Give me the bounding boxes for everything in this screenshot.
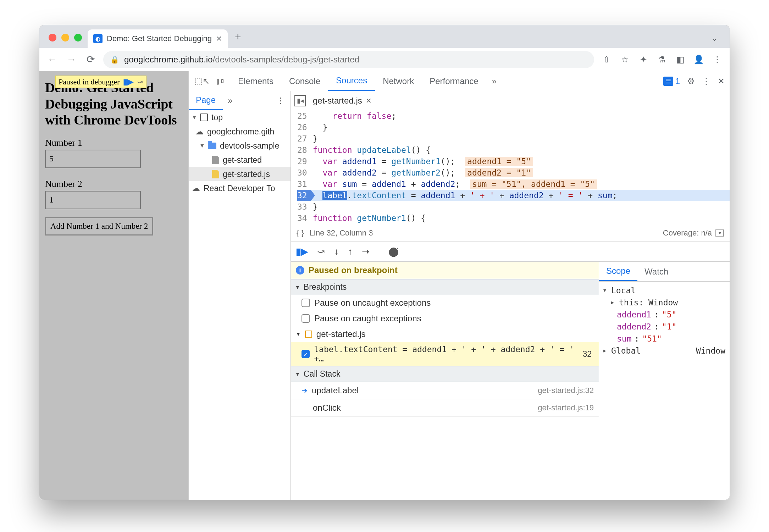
pause-caught-checkbox-row[interactable]: Pause on caught exceptions: [291, 311, 599, 326]
editor-tabs: ▮◂ get-started.js ✕: [291, 91, 730, 110]
tree-row-folder[interactable]: ▼devtools-sample: [189, 139, 291, 153]
sidepanel-button[interactable]: ◧: [674, 55, 686, 65]
code-line[interactable]: function updateLabel() {: [311, 144, 730, 156]
scope-this-row[interactable]: ▶this: Window: [603, 297, 725, 309]
pause-uncaught-checkbox-row[interactable]: Pause on uncaught exceptions: [291, 295, 599, 311]
resume-icon[interactable]: ▮▶: [123, 77, 133, 87]
code-line[interactable]: var sum = addend1 + addend2; sum = "51",…: [311, 178, 730, 190]
issues-button[interactable]: ☰1: [663, 76, 680, 86]
code-line[interactable]: var addend2 = getNumber2(); addend2 = "1…: [311, 167, 730, 178]
code-line[interactable]: label.textContent = addend1 + ' + ' + ad…: [311, 190, 730, 201]
resume-button[interactable]: ▮▶: [296, 246, 308, 257]
tree-row-extension[interactable]: ☁React Developer To: [189, 181, 291, 195]
tree-row-html[interactable]: get-started: [189, 153, 291, 167]
line-number[interactable]: 28: [297, 144, 307, 156]
checkbox-checked-icon[interactable]: ✓: [301, 350, 310, 358]
line-number[interactable]: 29: [297, 156, 307, 167]
scope-variable-row[interactable]: addend1: "5": [603, 309, 725, 321]
address-bar[interactable]: 🔒 googlechrome.github.io/devtools-sample…: [103, 51, 594, 68]
minimize-window-button[interactable]: [61, 34, 69, 41]
scope-variable-row[interactable]: sum: "51": [603, 333, 725, 345]
scope-local-header[interactable]: ▼Local: [603, 284, 725, 297]
bookmark-button[interactable]: ☆: [619, 55, 631, 65]
breakpoints-section-header[interactable]: ▼Breakpoints: [291, 279, 599, 295]
step-out-button[interactable]: ↑: [348, 246, 353, 257]
breakpoint-row[interactable]: ✓label.textContent = addend1 + ' + ' + a…: [291, 342, 599, 366]
toggle-navigator-button[interactable]: ▮◂: [294, 95, 306, 106]
code-editor[interactable]: 25262728293031323334 return false; }}fun…: [291, 110, 730, 224]
close-devtools-button[interactable]: ✕: [718, 76, 725, 86]
coverage-dropdown[interactable]: ▾: [715, 229, 724, 237]
watch-tab[interactable]: Watch: [637, 262, 675, 281]
profile-button[interactable]: 👤: [693, 55, 705, 65]
line-number[interactable]: 33: [297, 201, 307, 212]
line-number[interactable]: 31: [297, 178, 307, 190]
extensions-button[interactable]: ✦: [637, 55, 649, 65]
navigator-more-button[interactable]: »: [223, 96, 237, 106]
settings-icon[interactable]: ⚙: [687, 76, 695, 86]
checkbox-icon[interactable]: [301, 299, 310, 307]
tab-network[interactable]: Network: [375, 71, 422, 91]
deactivate-breakpoints-button[interactable]: ⬤̸: [388, 246, 399, 257]
scope-panel: Scope Watch ▼Local ▶this: Window addend1…: [599, 262, 730, 500]
line-number[interactable]: 27: [297, 133, 307, 144]
tab-sources[interactable]: Sources: [328, 71, 375, 91]
line-number[interactable]: 26: [297, 122, 307, 133]
forward-button[interactable]: →: [65, 54, 78, 65]
code-line[interactable]: var addend1 = getNumber1(); addend1 = "5…: [311, 156, 730, 167]
close-file-button[interactable]: ✕: [366, 96, 372, 105]
step-button[interactable]: ➝: [362, 246, 370, 257]
callstack-frame[interactable]: onClickget-started.js:19: [291, 399, 599, 417]
callstack-section-header[interactable]: ▼Call Stack: [291, 366, 599, 382]
checkbox-icon[interactable]: [301, 314, 310, 323]
file-tab-get-started-js[interactable]: get-started.js ✕: [309, 91, 376, 110]
number1-label: Number 1: [45, 138, 188, 148]
tab-console[interactable]: Console: [281, 71, 328, 91]
format-button[interactable]: { }: [297, 228, 304, 238]
breakpoint-file-row[interactable]: ▼get-started.js: [291, 326, 599, 342]
number2-input[interactable]: [45, 191, 141, 209]
tab-elements[interactable]: Elements: [230, 71, 281, 91]
new-tab-button[interactable]: +: [228, 31, 248, 48]
navigator-menu-button[interactable]: ⋮: [271, 96, 291, 106]
step-icon[interactable]: ⤻: [137, 78, 143, 86]
devtools-menu-button[interactable]: ⋮: [702, 76, 710, 86]
step-into-button[interactable]: ↓: [334, 246, 339, 257]
tabs-menu-button[interactable]: ⌄: [704, 34, 725, 48]
inspect-icon[interactable]: ⬚↖: [194, 76, 210, 86]
labs-button[interactable]: ⚗: [656, 55, 668, 65]
scope-variable-row[interactable]: addend2: "1": [603, 321, 725, 333]
back-button[interactable]: ←: [46, 54, 59, 65]
tree-row-js[interactable]: get-started.js: [189, 167, 291, 181]
scope-tab[interactable]: Scope: [599, 262, 637, 281]
reload-button[interactable]: ⟳: [84, 54, 97, 65]
device-toggle-icon[interactable]: ⫿▯: [216, 76, 225, 86]
chrome-menu-button[interactable]: ⋮: [711, 55, 723, 65]
line-number[interactable]: 30: [297, 167, 307, 178]
add-button[interactable]: Add Number 1 and Number 2: [45, 217, 153, 235]
code-line[interactable]: function getNumber1() {: [311, 212, 730, 224]
scope-global-header[interactable]: ▶GlobalWindow: [603, 345, 725, 357]
line-number[interactable]: 32: [297, 190, 311, 201]
more-tabs-button[interactable]: »: [486, 71, 502, 91]
number1-input[interactable]: [45, 150, 141, 168]
favicon-icon: ◐: [93, 34, 103, 43]
step-over-button[interactable]: ⤻: [317, 246, 325, 257]
code-line[interactable]: return false;: [311, 110, 730, 122]
browser-tab[interactable]: ◐ Demo: Get Started Debugging ✕: [88, 29, 228, 48]
tab-performance[interactable]: Performance: [422, 71, 486, 91]
browser-toolbar: ← → ⟳ 🔒 googlechrome.github.io/devtools-…: [39, 48, 730, 71]
close-tab-button[interactable]: ✕: [216, 34, 222, 43]
tree-row-top[interactable]: ▼top: [189, 110, 291, 124]
share-button[interactable]: ⇧: [601, 55, 613, 65]
navigator-tab-page[interactable]: Page: [189, 91, 223, 110]
callstack-frame[interactable]: ➔updateLabelget-started.js:32: [291, 382, 599, 399]
fullscreen-window-button[interactable]: [74, 34, 82, 41]
line-number[interactable]: 25: [297, 110, 307, 122]
close-window-button[interactable]: [49, 34, 56, 41]
tree-row-origin[interactable]: ☁googlechrome.gith: [189, 124, 291, 139]
line-number[interactable]: 34: [297, 212, 307, 224]
code-line[interactable]: }: [311, 122, 730, 133]
code-line[interactable]: }: [311, 201, 730, 212]
code-line[interactable]: }: [311, 133, 730, 144]
